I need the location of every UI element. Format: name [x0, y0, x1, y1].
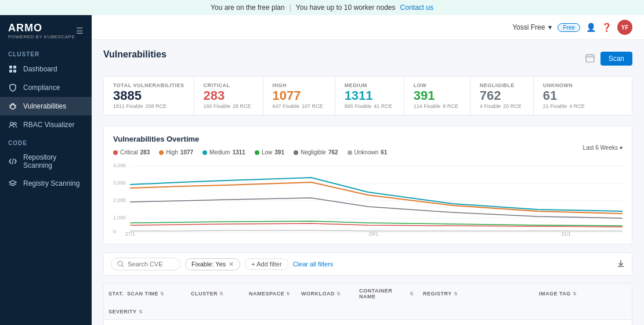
sort-icon: ⇅ [219, 291, 224, 297]
th-workload[interactable]: WORKLOAD⇅ [296, 283, 354, 304]
avatar[interactable]: YF [617, 20, 632, 35]
svg-rect-1 [13, 66, 16, 68]
time-filter[interactable]: Last 6 Weeks ▾ [583, 145, 623, 151]
sidebar-item-registry[interactable]: Registry Scanning [0, 174, 92, 193]
legend-unknown: Unknown 61 [348, 149, 388, 156]
fixable-filter-chip[interactable]: Fixable: Yes ✕ [185, 258, 240, 270]
stat-critical: CRITICAL 283 160 Fixable28 RCE [194, 77, 263, 115]
th-scan-time[interactable]: SCAN TIME⇅ [122, 283, 186, 304]
svg-text:3,000: 3,000 [113, 180, 126, 186]
th-container[interactable]: CONTAINER NAME⇅ [354, 283, 418, 304]
svg-rect-0 [9, 66, 12, 68]
svg-text:29/1: 29/1 [368, 231, 378, 236]
legend-critical: Critical 283 [113, 149, 150, 156]
sidebar-item-vulnerabilities-label: Vulnerabilities [23, 102, 66, 110]
legend-high: High 1077 [159, 149, 193, 156]
svg-point-9 [10, 122, 13, 125]
svg-point-30 [118, 261, 122, 266]
chevron-down-icon: ▾ [620, 145, 623, 151]
code-icon [8, 157, 17, 166]
search-input[interactable] [128, 261, 174, 268]
person-icon[interactable]: 👤 [586, 23, 596, 32]
th-registry[interactable]: REGISTRY⇅ [418, 283, 534, 304]
td-image-tag: roadiehq/lighthouse-audit-service:latest [534, 320, 632, 325]
add-filter-button[interactable]: + Add filter [245, 258, 288, 270]
contact-us-link[interactable]: Contact us [400, 3, 433, 12]
sidebar-item-rbac[interactable]: RBAC Visualizer [0, 115, 92, 134]
chevron-down-icon: ▾ [548, 23, 552, 31]
vulnerabilities-table: STAT. SCAN TIME⇅ CLUSTER⇅ NAMESPACE⇅ WOR… [103, 283, 632, 325]
svg-line-31 [122, 265, 124, 267]
plan-text: You are on the free plan [211, 3, 285, 12]
grid-icon [8, 64, 17, 74]
svg-point-4 [10, 104, 15, 109]
stats-row: TOTAL VULNERABILITIES 3885 1811 Fixable2… [103, 76, 632, 115]
sidebar-item-repository[interactable]: Repository Scanning [0, 149, 92, 174]
svg-text:4,000: 4,000 [113, 162, 126, 168]
chart-area: 4,000 3,000 2,000 1,000 0 [113, 160, 623, 236]
logo-text: ARMO [8, 22, 75, 34]
download-icon[interactable] [617, 259, 625, 269]
svg-line-5 [9, 105, 10, 106]
close-chip-icon[interactable]: ✕ [229, 261, 234, 268]
td-namespace: backstage [244, 323, 296, 326]
svg-line-6 [15, 105, 16, 106]
page-header-row: Vulnerabilities Scan [103, 49, 632, 68]
stat-negligible: NEGLIGIBLE 762 4 Fixable20 RCE [471, 77, 534, 115]
svg-text:2,000: 2,000 [113, 197, 126, 203]
stat-high: HIGH 1077 647 Fixable107 RCE [263, 77, 335, 115]
hamburger-icon[interactable]: ☰ [76, 26, 84, 35]
td-registry: roadiehq [418, 323, 534, 326]
plan-badge: Free [558, 23, 580, 32]
sidebar-item-rbac-label: RBAC Visualizer [23, 121, 74, 129]
sidebar-item-registry-label: Registry Scanning [23, 179, 79, 187]
sort-icon: ⇅ [160, 291, 165, 297]
svg-rect-3 [13, 70, 16, 73]
legend-medium: Medium 1311 [202, 149, 245, 156]
sort-icon: ⇅ [286, 291, 291, 297]
clear-all-filters[interactable]: Clear all filters [293, 261, 334, 268]
shield-icon [8, 83, 17, 92]
stat-medium: MEDIUM 1311 865 Fixable41 RCE [335, 77, 404, 115]
svg-rect-2 [9, 70, 12, 73]
legend-low: Low 391 [255, 149, 284, 156]
svg-line-11 [12, 158, 13, 164]
user-menu[interactable]: Yossi Free ▾ [512, 23, 552, 31]
legend-negligible: Negligible 762 [294, 149, 338, 156]
search-icon [117, 261, 124, 268]
th-cluster[interactable]: CLUSTER⇅ [186, 283, 244, 304]
th-status: STAT. [104, 283, 122, 304]
page-title: Vulnerabilities [103, 49, 167, 60]
chart-title: Vulnerabilities Overtime [113, 135, 387, 143]
stat-low: LOW 391 114 Fixable8 RCE [404, 77, 471, 115]
code-section-label: CODE [0, 134, 92, 149]
logo-sub: POWERED BY KUBESCAPE [8, 34, 75, 39]
sidebar-item-dashboard-label: Dashboard [23, 65, 57, 73]
users-icon [8, 120, 17, 129]
layers-icon [8, 179, 17, 188]
stat-unknown: UNKNOWN 61 21 Fixable4 RCE [534, 77, 596, 115]
th-image-tag[interactable]: IMAGE TAG⇅ [534, 283, 632, 304]
svg-text:1,000: 1,000 [113, 215, 126, 221]
sort-icon: ⇅ [337, 291, 341, 297]
sort-icon: ⇅ [454, 291, 458, 297]
sidebar-logo: ARMO POWERED BY KUBESCAPE ☰ [0, 15, 92, 45]
help-icon[interactable]: ❓ [602, 23, 612, 32]
table-row[interactable]: Feb 2, 202317:54:29 gke_elated-pottery-.… [104, 320, 632, 325]
sidebar-item-vulnerabilities[interactable]: Vulnerabilities [0, 97, 92, 115]
svg-text:31/1: 31/1 [561, 231, 571, 236]
page-content: Vulnerabilities Scan TOTAL VULNERABILITI… [92, 40, 644, 325]
bug-icon [8, 102, 17, 111]
filter-row: Fixable: Yes ✕ + Add filter Clear all fi… [103, 252, 632, 276]
search-box[interactable] [111, 258, 180, 270]
sort-icon: ⇅ [573, 291, 577, 297]
th-severity[interactable]: SEVERITY⇅ [104, 304, 122, 319]
th-namespace[interactable]: NAMESPACE⇅ [244, 283, 296, 304]
stat-total: TOTAL VULNERABILITIES 3885 1811 Fixable2… [104, 77, 194, 115]
sidebar-item-dashboard[interactable]: Dashboard [0, 60, 92, 78]
td-workload: deployment-backstage-... [296, 320, 354, 325]
svg-text:27/1: 27/1 [125, 231, 135, 236]
sidebar-item-compliance[interactable]: Compliance [0, 78, 92, 97]
calendar-icon [585, 53, 595, 64]
scan-button[interactable]: Scan [600, 52, 632, 66]
